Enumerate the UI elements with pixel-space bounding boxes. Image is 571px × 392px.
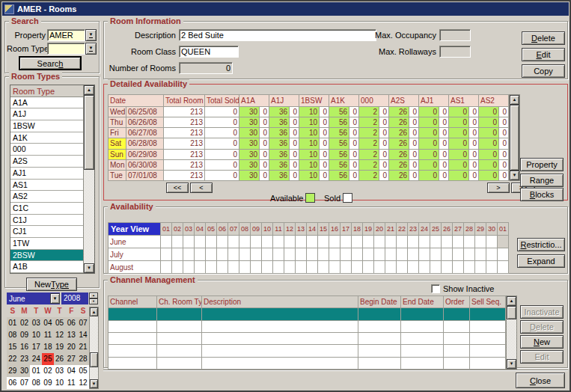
date-cell[interactable]: 06/26/08 [126,117,164,128]
availability-cell[interactable] [419,261,430,274]
sold-cell[interactable]: 0 [469,138,479,149]
scroll-track[interactable] [90,316,98,379]
availability-cell[interactable] [442,248,453,261]
availability-cell[interactable] [408,261,419,274]
scroll-thumb[interactable] [84,95,94,170]
calendar-day[interactable]: 17 [30,341,42,353]
available-cell[interactable]: 0 [449,107,469,117]
room-type-item[interactable]: CJ1 [10,226,83,238]
room-class-input[interactable] [179,46,239,58]
sold-cell[interactable]: 0 [469,117,479,128]
available-cell[interactable]: 56 [329,128,349,138]
available-cell[interactable]: 0 [419,128,439,138]
sold-cell[interactable]: 0 [379,159,389,170]
sold-cell[interactable]: 0 [320,149,329,159]
room-type-item[interactable]: 000 [10,144,83,156]
room-type-item[interactable]: A2S [10,156,83,168]
sold-cell[interactable]: 0 [499,170,509,180]
calendar-day[interactable]: 04 [42,317,54,329]
channel-cell[interactable] [358,308,401,320]
availability-cell[interactable] [273,236,284,248]
sold-cell[interactable]: 0 [379,107,389,117]
channel-cell[interactable] [358,357,401,369]
availability-cell[interactable] [172,261,183,274]
available-cell[interactable]: 2 [359,159,379,170]
channel-row-selected[interactable] [109,308,506,320]
availability-cell[interactable] [195,248,206,261]
availability-cell[interactable] [464,236,475,248]
availability-cell[interactable] [262,248,273,261]
availability-cell[interactable] [498,248,509,261]
room-type-lov-button[interactable]: ▼ [85,43,97,55]
calendar-day[interactable]: 07 [19,377,31,389]
scroll-down-button[interactable]: ▼ [90,379,98,388]
channel-cell[interactable] [470,357,506,369]
availability-cell[interactable] [228,236,239,248]
day-cell[interactable]: Wed [109,107,126,117]
calendar-day[interactable]: 09 [19,329,31,341]
availability-cell[interactable] [172,248,183,261]
availability-cell[interactable] [206,236,217,248]
total-sold-cell[interactable]: 0 [205,107,239,117]
property-input[interactable] [47,29,85,41]
availability-cell[interactable] [442,236,453,248]
availability-cell[interactable] [161,261,172,274]
scroll-track[interactable] [84,95,94,263]
channel-cell[interactable] [202,308,358,320]
channel-cell[interactable] [202,320,358,332]
channel-cell[interactable] [444,345,470,357]
availability-cell[interactable] [318,236,329,248]
channel-cell[interactable] [401,308,444,320]
available-cell[interactable]: 26 [389,117,409,128]
sold-cell[interactable]: 0 [349,107,359,117]
available-cell[interactable]: 56 [329,149,349,159]
channel-scrollbar[interactable]: ▲ ▼ [506,295,517,370]
channel-row[interactable] [109,332,506,344]
availability-cell[interactable] [475,236,486,248]
calendar-day[interactable]: 13 [65,329,77,341]
available-cell[interactable]: 30 [239,138,260,149]
available-cell[interactable]: 26 [389,149,409,159]
range-button[interactable]: Range [520,174,564,187]
sold-cell[interactable]: 0 [290,107,299,117]
availability-cell[interactable] [183,236,195,248]
channel-cell[interactable] [470,320,506,332]
page-first-button[interactable]: << [166,183,189,193]
calendar-day[interactable]: 05 [77,365,89,377]
sold-cell[interactable]: 0 [260,149,269,159]
room-type-item[interactable]: 2BSW [10,250,83,262]
sold-cell[interactable]: 0 [260,117,269,128]
number-of-rooms-input[interactable] [179,62,233,74]
available-cell[interactable]: 0 [449,149,469,159]
channel-cell[interactable] [401,357,444,369]
day-cell[interactable]: Tue [109,170,126,180]
available-cell[interactable]: 2 [359,149,379,159]
room-type-item[interactable]: AS1 [10,180,83,192]
channel-cell[interactable] [444,357,470,369]
show-inactive-checkbox[interactable] [431,284,440,293]
channel-cell[interactable] [401,345,444,357]
sold-cell[interactable]: 0 [439,117,449,128]
room-type-item[interactable]: A1A [10,97,83,109]
scroll-down-button[interactable]: ▼ [510,171,519,180]
calendar-day[interactable]: 14 [77,329,89,341]
available-cell[interactable]: 26 [389,128,409,138]
calendar-day[interactable]: 12 [54,329,66,341]
availability-cell[interactable] [206,261,217,274]
calendar-day[interactable]: 07 [77,317,89,329]
available-cell[interactable]: 0 [449,117,469,128]
day-cell[interactable]: Mon [109,159,126,170]
room-type-item[interactable]: AS2 [10,191,83,203]
availability-cell[interactable] [453,236,464,248]
availability-cell[interactable] [419,236,430,248]
available-cell[interactable]: 0 [419,117,439,128]
availability-cell[interactable] [262,261,273,274]
availability-cell[interactable] [251,236,262,248]
available-cell[interactable]: 56 [329,117,349,128]
sold-cell[interactable]: 0 [469,149,479,159]
available-cell[interactable]: 10 [299,107,320,117]
titlebar[interactable]: AMER - Rooms [2,2,569,16]
available-cell[interactable]: 2 [359,138,379,149]
sold-cell[interactable]: 0 [439,170,449,180]
total-room-cell[interactable]: 213 [164,128,205,138]
